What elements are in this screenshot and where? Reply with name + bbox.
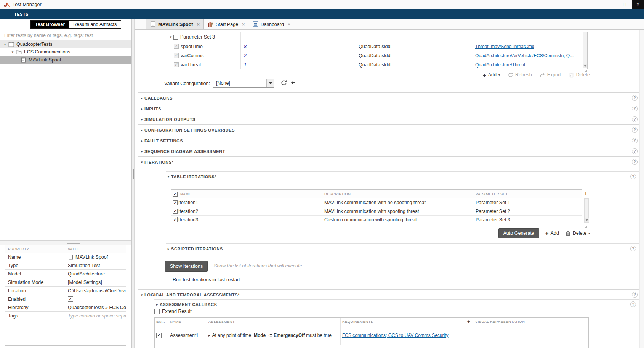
subsection-scripted-iterations[interactable]: ▸ SCRIPTED ITERATIONS ? <box>166 243 639 253</box>
add-iteration-button[interactable]: + Add <box>545 230 559 236</box>
assessment-row-1[interactable]: ✓ Assessment1 ▸ At any point of time, Mo… <box>155 325 588 345</box>
close-icon[interactable]: × <box>242 21 245 27</box>
close-icon[interactable]: × <box>288 21 291 27</box>
maximize-button[interactable]: □ <box>617 0 632 9</box>
section-configuration-settings-overrides[interactable]: ▸ CONFIGURATION SETTINGS OVERRIDES ? <box>138 124 639 135</box>
parameter-value[interactable]: 2 <box>244 53 247 58</box>
help-icon[interactable]: ? <box>632 148 638 154</box>
chevron-right-icon[interactable]: ▸ <box>208 334 210 337</box>
refresh-parameters-button[interactable]: Refresh <box>508 72 532 78</box>
tab-dashboard[interactable]: Dashboard × <box>249 19 295 29</box>
filter-tests-input[interactable] <box>2 32 128 39</box>
parameter-value[interactable]: 1 <box>244 62 247 68</box>
iteration-description: Custom communication with spoofing threa… <box>324 217 417 222</box>
visual-representation-cell <box>473 325 588 345</box>
parameter-group-row[interactable]: ▾ Parameter Set 3 <box>163 32 587 42</box>
iteration-row-3[interactable]: ✓ Iteration3 Custom communication with s… <box>171 215 582 224</box>
minimize-button[interactable]: – <box>603 0 617 9</box>
tab-mavlink-spoof[interactable]: MAVLink Spoof × <box>146 19 204 29</box>
fast-restart-checkbox[interactable] <box>165 277 170 282</box>
column-header-name: NAME <box>180 192 191 196</box>
add-parameter-button[interactable]: + Add ▾ <box>483 72 500 78</box>
model-element-link[interactable]: QuadArchitecture/Threat <box>475 62 525 68</box>
extend-result-checkbox[interactable] <box>154 309 160 314</box>
type-value[interactable]: Simulation Test <box>65 261 126 269</box>
scroll-down-button[interactable] <box>585 218 589 222</box>
vertical-splitter[interactable] <box>132 19 135 348</box>
parameter-row-varcomms[interactable]: ✓ varComms 2 QuadData.sldd QuadArchitect… <box>163 51 587 60</box>
close-icon[interactable]: × <box>197 21 200 27</box>
ribbon-tab-tests[interactable]: TESTS <box>14 9 29 19</box>
enabled-checkbox[interactable]: ✓ <box>68 296 73 302</box>
delete-iteration-button[interactable]: Delete ▾ <box>565 230 590 236</box>
property-row-name: Name MAVLink Spoof <box>5 253 126 261</box>
close-button[interactable]: × <box>632 0 644 9</box>
help-icon[interactable]: ? <box>632 95 638 101</box>
tab-results-and-artifacts[interactable]: Results and Artifacts <box>69 21 121 28</box>
tags-value[interactable]: Type comma or space separat... <box>65 312 126 320</box>
iterations-table-scrollbar[interactable] <box>584 198 589 223</box>
horizontal-splitter[interactable] <box>0 240 131 245</box>
parameter-row-varthreat[interactable]: ✓ varThreat 1 QuadData.sldd QuadArchitec… <box>163 60 587 69</box>
column-header-name: NAME <box>170 319 181 324</box>
section-iterations[interactable]: ▾ ITERATIONS* ? <box>138 156 639 167</box>
section-inputs[interactable]: ▸ INPUTS ? <box>138 103 639 114</box>
help-icon[interactable]: ? <box>632 116 638 122</box>
parameter-table-scrollbar[interactable] <box>583 32 587 68</box>
parameter-set-checkbox[interactable] <box>173 35 178 40</box>
help-icon[interactable]: ? <box>632 127 638 133</box>
help-icon[interactable]: ? <box>630 174 636 179</box>
section-sequence-diagram-assessment[interactable]: ▸ SEQUENCE DIAGRAM ASSESSMENT ? <box>138 146 639 156</box>
name-value[interactable]: MAVLink Spoof <box>65 253 126 261</box>
property-row-enabled: Enabled ✓ <box>5 295 126 303</box>
simulation-mode-value[interactable]: [Model Settings] <box>65 278 126 286</box>
model-element-link[interactable]: QuadArchitecture/AirVehicle/FCS/CommsIn;… <box>475 53 574 58</box>
chevron-down-icon[interactable]: ▾ <box>2 42 8 46</box>
tree-item-fcs-communications[interactable]: ▾ FCS Communications <box>0 48 131 56</box>
tab-test-browser[interactable]: Test Browser <box>31 21 69 28</box>
chevron-down-icon[interactable]: ▾ <box>168 35 173 39</box>
show-iterations-button[interactable]: Show Iterations <box>165 261 208 272</box>
help-icon[interactable]: ? <box>632 138 638 143</box>
iteration-checkbox[interactable]: ✓ <box>173 200 178 205</box>
select-all-iterations-checkbox[interactable]: ✓ <box>173 192 178 197</box>
add-assessment-icon[interactable]: + <box>467 319 470 325</box>
chevron-down-icon[interactable]: ▾ <box>10 50 15 54</box>
auto-generate-button[interactable]: Auto Generate <box>498 228 539 238</box>
assessment-checkbox[interactable]: ✓ <box>156 333 162 338</box>
subsection-table-iterations[interactable]: ▾ TABLE ITERATIONS* ? <box>166 171 639 181</box>
help-icon[interactable]: ? <box>630 246 636 251</box>
dropdown-button[interactable] <box>266 79 274 87</box>
vertical-scrollbar[interactable] <box>639 30 644 348</box>
delete-parameter-button[interactable]: Delete <box>569 72 590 78</box>
variant-configuration-select[interactable]: [None] <box>213 79 274 88</box>
tab-start-page[interactable]: Start Page × <box>204 19 249 29</box>
parameter-row-spooftime[interactable]: ✓ spoofTime 8 QuadData.sldd Threat_mav/S… <box>163 42 587 51</box>
tree-item-quadcoptertests[interactable]: ▾ QuadcopterTests <box>0 40 131 48</box>
model-value[interactable]: QuadArchitecture <box>65 270 126 278</box>
help-icon[interactable]: ? <box>632 292 638 298</box>
parameter-value[interactable]: 8 <box>244 44 247 49</box>
help-icon[interactable]: ? <box>632 159 638 165</box>
help-icon[interactable]: ? <box>632 106 638 111</box>
enabled-value: ✓ <box>65 295 126 303</box>
section-logical-temporal-assessments[interactable]: ▾ LOGICAL AND TEMPORAL ASSESSMENTS* ? <box>138 289 639 300</box>
go-to-model-icon[interactable] <box>291 80 297 86</box>
iteration-checkbox[interactable]: ✓ <box>173 209 178 214</box>
scroll-down-button[interactable] <box>583 64 587 68</box>
export-parameters-button[interactable]: Export <box>540 72 561 78</box>
model-element-link[interactable]: Threat_mav/SendThreatCmd <box>475 44 534 49</box>
help-icon[interactable]: ? <box>630 301 636 307</box>
requirements-link[interactable]: FCS communications; GCS to UAV Comms Sec… <box>342 333 449 338</box>
iteration-checkbox[interactable]: ✓ <box>173 217 178 222</box>
refresh-variant-icon[interactable] <box>280 79 287 86</box>
add-iteration-column-icon[interactable]: + <box>584 190 588 196</box>
subsection-assessment-callback[interactable]: ▸ ASSESSMENT CALLBACK ? <box>154 299 639 309</box>
tree-item-mavlink-spoof-selected[interactable]: MAVLink Spoof <box>0 56 131 64</box>
location-value[interactable]: C:\Users\gduraisa\OneDrive... <box>65 287 126 295</box>
section-fault-settings[interactable]: ▸ FAULT SETTINGS ? <box>138 135 639 146</box>
iteration-row-2[interactable]: ✓ Iteration2 MAVLink communication with … <box>171 207 582 215</box>
section-simulation-outputs[interactable]: ▸ SIMULATION OUTPUTS ? <box>138 114 639 124</box>
iteration-row-1[interactable]: ✓ Iteration1 MAVLink communication with … <box>171 198 582 207</box>
section-callbacks[interactable]: ▸ CALLBACKS ? <box>138 92 639 103</box>
